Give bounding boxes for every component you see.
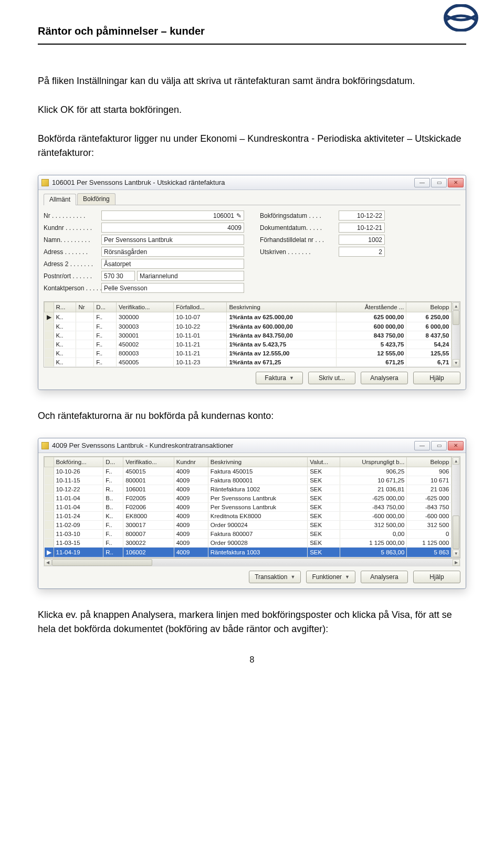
label-kontakt: Kontaktperson . . . . . bbox=[44, 285, 101, 292]
label-nr: Nr . . . . . . . . . . bbox=[44, 212, 101, 219]
vertical-scrollbar[interactable]: ▲ ▼ bbox=[452, 302, 460, 367]
table-row[interactable]: K..F..45000510-11-231%ränta av 671,25671… bbox=[45, 358, 452, 367]
table-row[interactable]: K..F..30000110-11-011%ränta av 843.750,0… bbox=[45, 331, 452, 340]
window-app-icon bbox=[41, 179, 49, 186]
col-marker bbox=[45, 457, 54, 467]
window-app-icon bbox=[41, 442, 49, 449]
table-row[interactable]: 11-01-24K..EK80004009Kreditnota EK8000SE… bbox=[45, 512, 452, 521]
field-dokdatum[interactable]: 10-12-21 bbox=[339, 223, 385, 233]
col-d[interactable]: D... bbox=[94, 302, 117, 312]
col-beskrivning[interactable]: Beskrivning bbox=[227, 302, 336, 312]
scroll-up-icon[interactable]: ▲ bbox=[453, 302, 459, 310]
paragraph: Klicka ev. på knappen Analysera, markera… bbox=[38, 608, 466, 636]
col-belopp[interactable]: Belopp bbox=[407, 457, 452, 467]
maximize-button[interactable]: ▭ bbox=[431, 178, 447, 187]
col-aterstaende[interactable]: Återstående ... bbox=[336, 302, 406, 312]
col-beskrivning[interactable]: Beskrivning bbox=[208, 457, 307, 467]
minimize-button[interactable]: — bbox=[414, 441, 430, 450]
tab-bar: Allmänt Bokföring bbox=[44, 193, 460, 205]
field-adress[interactable]: Rörsnäsgården bbox=[101, 247, 244, 257]
field-utskriven[interactable]: 2 bbox=[339, 247, 385, 257]
field-ort[interactable]: Mariannelund bbox=[137, 271, 244, 281]
col-verifikation[interactable]: Verifikatio... bbox=[123, 457, 174, 467]
scroll-thumb[interactable] bbox=[52, 559, 152, 566]
field-postnr[interactable]: 570 30 bbox=[101, 271, 135, 281]
button-funktioner[interactable]: Funktioner▼ bbox=[306, 571, 355, 583]
button-hjalp[interactable]: Hjälp bbox=[413, 571, 460, 583]
col-forfallod[interactable]: Förfallod... bbox=[174, 302, 227, 312]
button-faktura[interactable]: Faktura▼ bbox=[256, 372, 303, 384]
maximize-button[interactable]: ▭ bbox=[431, 441, 447, 450]
edit-icon[interactable]: ✎ bbox=[236, 212, 242, 219]
scroll-right-icon[interactable]: ▶ bbox=[453, 559, 460, 566]
grid-rantefaktura-lines[interactable]: R... Nr D... Verifikatio... Förfallod...… bbox=[44, 301, 460, 367]
button-hjalp[interactable]: Hjälp bbox=[413, 372, 460, 384]
table-row[interactable]: 11-01-04B..F020054009Per Svenssons Lantb… bbox=[45, 494, 452, 503]
col-d[interactable]: D... bbox=[103, 457, 123, 467]
scroll-up-icon[interactable]: ▲ bbox=[453, 457, 459, 465]
col-bokforing[interactable]: Bokföring... bbox=[54, 457, 103, 467]
table-row[interactable]: 10-12-22R..1060014009Räntefaktura 1002SE… bbox=[45, 485, 452, 494]
window-rantefaktura: 106001 Per Svenssons Lantbruk - Utskicka… bbox=[38, 175, 466, 390]
button-analysera[interactable]: Analysera bbox=[361, 571, 408, 583]
scroll-left-icon[interactable]: ◀ bbox=[44, 559, 51, 566]
close-button[interactable]: ✕ bbox=[448, 178, 464, 187]
table-row[interactable]: ▶11-04-19R..1060024009Räntefaktura 1003S… bbox=[45, 548, 452, 558]
table-row[interactable]: 11-03-15F..3000224009Order 900028SEK1 12… bbox=[45, 539, 452, 548]
table-row[interactable]: K..F..30000310-10-221%ränta av 600.000,0… bbox=[45, 322, 452, 331]
table-row[interactable]: K..F..80000310-11-211%ränta av 12.555,00… bbox=[45, 349, 452, 358]
table-row[interactable]: ▶K..F..30000010-10-071%ränta av 625.000,… bbox=[45, 312, 452, 322]
tab-allmant[interactable]: Allmänt bbox=[44, 194, 76, 205]
field-adress2[interactable]: Åsatorpet bbox=[101, 259, 244, 269]
table-row[interactable]: 11-03-10F..8000074009Faktura 800007SEK0,… bbox=[45, 530, 452, 539]
scroll-down-icon[interactable]: ▼ bbox=[453, 550, 459, 557]
minimize-button[interactable]: — bbox=[414, 178, 430, 187]
table-row[interactable]: 10-11-15F..8000014009Faktura 800001SEK10… bbox=[45, 476, 452, 485]
vertical-scrollbar[interactable]: ▲ ▼ bbox=[452, 457, 460, 558]
window-title: 4009 Per Svenssons Lantbruk - Kundreskon… bbox=[52, 441, 414, 449]
titlebar[interactable]: 4009 Per Svenssons Lantbruk - Kundreskon… bbox=[38, 438, 466, 453]
label-kundnr: Kundnr . . . . . . . . bbox=[44, 224, 101, 232]
table-row[interactable]: 11-01-04B..F020064009Per Svenssons Lantb… bbox=[45, 503, 452, 512]
table-row[interactable]: K..F..45000210-11-211%ränta av 5.423,755… bbox=[45, 340, 452, 349]
col-r[interactable]: R... bbox=[54, 302, 76, 312]
close-button[interactable]: ✕ bbox=[448, 441, 464, 450]
col-ursprungligt[interactable]: Ursprungligt b... bbox=[340, 457, 407, 467]
table-row[interactable]: 11-02-09F..3000174009Order 900024SEK312 … bbox=[45, 521, 452, 530]
label-postnr: Postnr/ort . . . . . . bbox=[44, 272, 101, 280]
col-kundnr[interactable]: Kundnr bbox=[174, 457, 208, 467]
col-verifikation[interactable]: Verifikatio... bbox=[117, 302, 174, 312]
col-nr[interactable]: Nr bbox=[76, 302, 94, 312]
paragraph: Bokförda räntefakturor ligger nu under E… bbox=[38, 132, 466, 160]
paragraph: Klick OK för att starta bokföringen. bbox=[38, 103, 466, 117]
label-dokdatum: Dokumentdatum. . . . . bbox=[260, 224, 339, 232]
field-namn[interactable]: Per Svenssons Lantbruk bbox=[101, 235, 244, 245]
field-bokfdatum[interactable]: 10-12-22 bbox=[339, 211, 385, 220]
grid-transaktioner[interactable]: Bokföring... D... Verifikatio... Kundnr … bbox=[44, 456, 460, 558]
paragraph: Och räntefakturorna är nu bokförda på ku… bbox=[38, 409, 466, 423]
tab-bokforing[interactable]: Bokföring bbox=[77, 193, 116, 205]
button-skriv-ut[interactable]: Skriv ut... bbox=[308, 372, 355, 384]
button-analysera[interactable]: Analysera bbox=[361, 372, 408, 384]
horizontal-scrollbar[interactable]: ◀ ▶ bbox=[44, 558, 460, 566]
scroll-thumb[interactable] bbox=[453, 310, 459, 325]
col-belopp[interactable]: Belopp bbox=[406, 302, 452, 312]
header-rule bbox=[38, 44, 466, 45]
button-transaktion[interactable]: Transaktion▼ bbox=[249, 571, 301, 583]
scroll-thumb[interactable] bbox=[453, 516, 459, 549]
field-nr[interactable]: 106001✎ bbox=[101, 211, 244, 220]
table-row[interactable]: 10-10-26F..4500154009Faktura 450015SEK90… bbox=[45, 467, 452, 476]
page-number: 8 bbox=[38, 655, 466, 665]
label-adress2: Adress 2 . . . . . . . bbox=[44, 260, 101, 268]
titlebar[interactable]: 106001 Per Svenssons Lantbruk - Utskicka… bbox=[38, 175, 466, 190]
field-forhandsnr[interactable]: 1002 bbox=[339, 235, 385, 245]
page-title: Räntor och påminnelser – kunder bbox=[38, 25, 466, 39]
label-forhandsnr: Förhandstilldelat nr . . . bbox=[260, 236, 339, 244]
scroll-down-icon[interactable]: ▼ bbox=[453, 359, 459, 366]
label-utskriven: Utskriven . . . . . . . bbox=[260, 248, 339, 256]
col-valuta[interactable]: Valut... bbox=[308, 457, 340, 467]
field-kundnr[interactable]: 4009 bbox=[101, 223, 244, 233]
window-title: 106001 Per Svenssons Lantbruk - Utskicka… bbox=[52, 178, 414, 186]
label-namn: Namn. . . . . . . . . bbox=[44, 236, 101, 244]
field-kontakt[interactable]: Pelle Svensson bbox=[101, 283, 244, 293]
